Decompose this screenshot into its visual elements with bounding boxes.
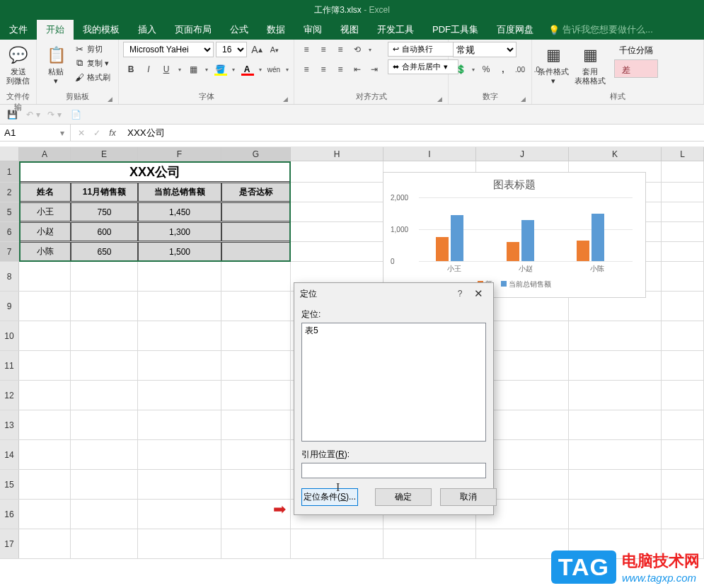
increase-decimal-button[interactable]: .00 <box>512 62 528 77</box>
row-header[interactable]: 17 <box>0 529 19 558</box>
cell[interactable] <box>291 183 383 202</box>
format-as-table-button[interactable]: ▦ 套用 表格格式 <box>570 42 610 86</box>
cell[interactable] <box>71 321 138 350</box>
cell[interactable]: 600 <box>71 222 138 241</box>
number-format-select[interactable]: 常规 <box>453 42 517 57</box>
cell[interactable]: 小赵 <box>19 222 71 241</box>
row-header[interactable]: 2 <box>0 183 19 202</box>
cell[interactable] <box>569 470 662 499</box>
tab-mytemplates[interactable]: 我的模板 <box>74 20 129 40</box>
row-header[interactable]: 15 <box>0 470 19 499</box>
cell[interactable] <box>19 381 71 410</box>
cell[interactable]: 1,500 <box>138 242 221 261</box>
column-header[interactable]: A <box>19 147 71 161</box>
row-header[interactable]: 12 <box>0 381 19 410</box>
cell[interactable] <box>71 440 138 469</box>
cell[interactable]: 1,300 <box>138 222 221 241</box>
cell[interactable] <box>221 292 291 321</box>
formula-input[interactable] <box>123 125 704 141</box>
increase-indent-button[interactable]: ⇥ <box>367 62 382 77</box>
dialog-close-button[interactable]: ✕ <box>469 287 487 300</box>
tab-view[interactable]: 视图 <box>331 20 368 40</box>
undo-button[interactable]: ↶ ▾ <box>25 107 41 122</box>
dialog-help-button[interactable]: ? <box>451 289 469 299</box>
cell[interactable] <box>221 470 291 499</box>
cell[interactable] <box>221 410 291 439</box>
orientation-button[interactable]: ⟲ <box>350 42 365 57</box>
cell[interactable] <box>71 529 138 558</box>
number-launcher-icon[interactable]: ◢ <box>521 96 526 103</box>
tab-home[interactable]: 开始 <box>37 20 74 40</box>
fx-icon[interactable]: fx <box>105 128 120 138</box>
row-header[interactable]: 11 <box>0 351 19 380</box>
cell[interactable]: 小王 <box>19 202 71 221</box>
column-header[interactable]: J <box>476 147 569 161</box>
cell[interactable]: 是否达标 <box>221 183 291 202</box>
row-header[interactable]: 9 <box>0 292 19 321</box>
cell[interactable] <box>569 351 662 380</box>
conditional-formatting-button[interactable]: ▦ 条件格式▾ <box>536 42 570 86</box>
cell[interactable] <box>221 351 291 380</box>
cell[interactable] <box>221 440 291 469</box>
row-header[interactable]: 8 <box>0 262 19 291</box>
cell[interactable] <box>71 500 138 529</box>
cell[interactable] <box>221 222 291 241</box>
cell[interactable] <box>569 410 662 439</box>
cell-style-bad[interactable]: 差 <box>614 59 658 78</box>
cell[interactable] <box>71 351 138 380</box>
increase-font-button[interactable]: A▴ <box>249 42 265 57</box>
column-header[interactable]: E <box>71 147 138 161</box>
cell[interactable]: 当前总销售额 <box>138 183 221 202</box>
cell[interactable] <box>291 242 383 261</box>
cell[interactable] <box>19 470 71 499</box>
cell[interactable] <box>138 500 221 529</box>
column-header[interactable]: L <box>662 147 704 161</box>
cell[interactable] <box>662 202 704 221</box>
cell[interactable] <box>138 351 221 380</box>
column-header[interactable]: H <box>291 147 383 161</box>
row-header[interactable]: 7 <box>0 242 19 261</box>
name-box-input[interactable] <box>0 125 55 141</box>
cell[interactable] <box>662 222 704 241</box>
cell[interactable] <box>662 500 704 529</box>
tab-baidu[interactable]: 百度网盘 <box>487 20 543 40</box>
cell[interactable] <box>291 202 383 221</box>
redo-button[interactable]: ↷ ▾ <box>47 107 62 122</box>
cell[interactable] <box>221 321 291 350</box>
row-header[interactable]: 10 <box>0 321 19 350</box>
cell[interactable] <box>569 381 662 410</box>
phonetic-button[interactable]: wén <box>266 62 282 77</box>
decrease-font-button[interactable]: A▾ <box>267 42 282 57</box>
font-size-select[interactable]: 16 <box>216 42 247 57</box>
wrap-text-button[interactable]: ↩自动换行 <box>388 42 458 57</box>
cell[interactable] <box>221 381 291 410</box>
align-top-button[interactable]: ≡ <box>299 42 314 57</box>
cell[interactable] <box>138 292 221 321</box>
tab-data[interactable]: 数据 <box>258 20 294 40</box>
cell[interactable] <box>662 183 704 202</box>
cell[interactable] <box>662 351 704 380</box>
cell[interactable] <box>71 381 138 410</box>
cell[interactable] <box>138 529 221 558</box>
cell[interactable] <box>138 440 221 469</box>
cut-button[interactable]: ✂剪切 <box>74 43 110 54</box>
embedded-chart[interactable]: 图表标题 01,0002,000小王小赵小陈额当前总销售额 <box>383 172 646 298</box>
decrease-indent-button[interactable]: ⇤ <box>350 62 365 77</box>
cell[interactable] <box>662 262 704 291</box>
dialog-special-button[interactable]: 定位条件(S)... <box>301 488 358 506</box>
align-right-button[interactable]: ≡ <box>333 62 348 77</box>
wechat-send-button[interactable]: 💬 发送 到微信 <box>4 42 32 86</box>
column-header[interactable]: F <box>138 147 221 161</box>
cell[interactable]: 650 <box>71 242 138 261</box>
cell[interactable] <box>19 292 71 321</box>
fill-color-button[interactable]: 🪣 <box>212 62 228 77</box>
name-box[interactable]: ▾ <box>0 125 71 141</box>
cell[interactable] <box>662 410 704 439</box>
cell[interactable]: 11月销售额 <box>71 183 138 202</box>
italic-button[interactable]: I <box>141 62 156 77</box>
cell[interactable] <box>138 262 221 291</box>
tab-pagelayout[interactable]: 页面布局 <box>166 20 221 40</box>
align-left-button[interactable]: ≡ <box>299 62 314 77</box>
tab-formulas[interactable]: 公式 <box>221 20 258 40</box>
clipboard-launcher-icon[interactable]: ◢ <box>108 96 112 103</box>
